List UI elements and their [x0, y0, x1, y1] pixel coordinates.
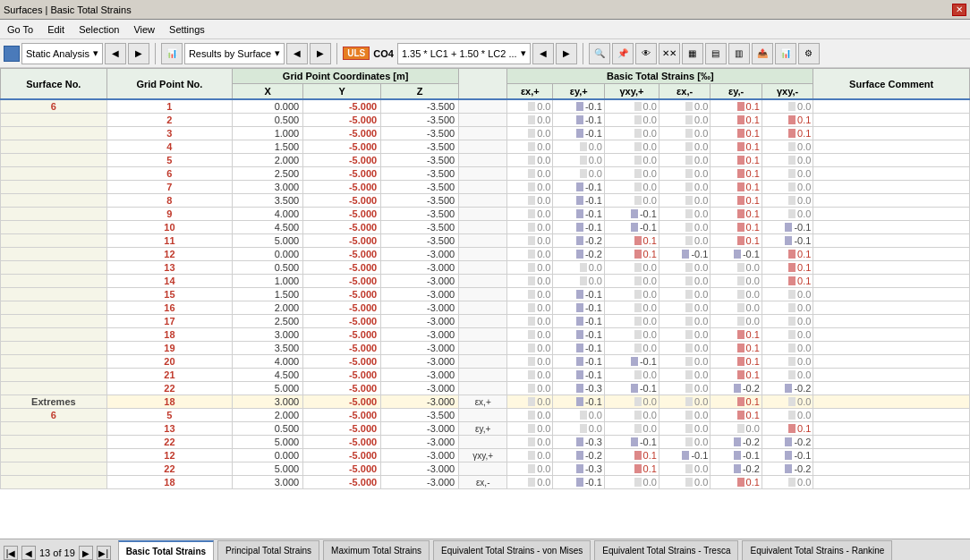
cell-z: -3.000	[381, 248, 459, 261]
cell-label	[459, 355, 507, 369]
col-ex-pos: εx,+	[507, 84, 553, 100]
loadcase-next[interactable]: ▶	[556, 43, 577, 64]
cell-y: -5.000	[303, 194, 381, 208]
page-nav: |◀ ◀ 13 of 19 ▶ ▶|	[4, 546, 111, 560]
cell-comment	[813, 355, 970, 369]
page-last[interactable]: ▶|	[97, 546, 111, 560]
cell-z: -3.000	[381, 436, 459, 449]
analysis-next[interactable]: ▶	[128, 43, 149, 64]
cell-yxy-neg: 0.1	[762, 275, 813, 288]
tab-principal-total-strains[interactable]: Principal Total Strains	[217, 540, 319, 560]
cell-z: -3.500	[381, 208, 459, 221]
page-next[interactable]: ▶	[79, 546, 93, 560]
cols-btn[interactable]: ▤	[705, 43, 727, 64]
cell-x: 2.000	[233, 301, 303, 315]
cell-yxy-pos: -0.1	[604, 382, 659, 395]
cell-surface	[1, 208, 107, 221]
cell-y: -5.000	[303, 275, 381, 288]
cell-surface	[1, 140, 107, 154]
tab-basic-total-strains[interactable]: Basic Total Strains	[118, 540, 214, 560]
analysis-prev[interactable]: ◀	[105, 43, 126, 64]
cell-y: -5.000	[303, 208, 381, 221]
cell-comment	[813, 449, 970, 462]
cell-x: 3.000	[233, 476, 303, 489]
loadcase-prev[interactable]: ◀	[532, 43, 554, 64]
results-next[interactable]: ▶	[310, 43, 331, 64]
export-btn[interactable]: 📤	[752, 43, 773, 64]
tab-equivalent-total-strains---rankine[interactable]: Equivalent Total Strains - Rankine	[742, 540, 892, 560]
excel-btn[interactable]: 📊	[775, 43, 796, 64]
cell-comment	[813, 395, 970, 409]
cell-comment	[813, 140, 970, 154]
cell-x: 4.500	[233, 221, 303, 234]
static-analysis-dropdown[interactable]: Static Analysis ▾	[21, 43, 103, 64]
cell-ey-neg: -0.1	[710, 449, 762, 462]
cell-x: 2.500	[233, 315, 303, 328]
cell-yxy-pos: 0.0	[604, 140, 659, 154]
close-button[interactable]: ✕	[952, 4, 966, 16]
search-btn[interactable]: 🔍	[589, 43, 610, 64]
cell-yxy-pos: 0.0	[604, 395, 659, 409]
cell-ey-neg: 0.1	[710, 328, 762, 342]
separator-3	[583, 43, 583, 64]
cell-ey-neg: 0.0	[710, 275, 762, 288]
cell-ex-neg: 0.0	[659, 369, 710, 382]
col-z: Z	[381, 84, 459, 100]
action-buttons: 🔍 📌 👁 ✕✕ ▦ ▤ ▥ 📤 📊 ⚙	[589, 43, 820, 64]
tab-equivalent-total-strains---von-mises[interactable]: Equivalent Total Strains - von Mises	[433, 540, 591, 560]
col-x: X	[233, 84, 303, 100]
page-first[interactable]: |◀	[4, 546, 18, 560]
menu-goto[interactable]: Go To	[4, 22, 37, 37]
menu-selection[interactable]: Selection	[75, 22, 123, 37]
cell-surface	[1, 261, 107, 275]
formula-dropdown[interactable]: 1.35 * LC1 + 1.50 * LC2 ... ▾	[397, 43, 531, 64]
cell-z: -3.000	[381, 395, 459, 409]
cell-grid: 22	[106, 382, 232, 395]
eye-btn[interactable]: 👁	[635, 43, 657, 64]
table-row: 193.500-5.000-3.0000.0-0.10.00.00.10.0	[1, 342, 970, 355]
cell-z: -3.000	[381, 422, 459, 436]
cell-yxy-pos: 0.0	[604, 261, 659, 275]
cell-ey-pos: 0.0	[553, 275, 604, 288]
cell-label	[459, 369, 507, 382]
menu-settings[interactable]: Settings	[166, 22, 208, 37]
cell-grid: 17	[106, 315, 232, 328]
cell-comment	[813, 275, 970, 288]
cell-ey-neg: 0.1	[710, 154, 762, 167]
menu-edit[interactable]: Edit	[44, 22, 68, 37]
cell-yxy-pos: -0.1	[604, 436, 659, 449]
cell-ex-neg: -0.1	[659, 449, 710, 462]
cell-x: 4.000	[233, 355, 303, 369]
rows-btn[interactable]: ▥	[728, 43, 750, 64]
cell-yxy-pos: 0.0	[604, 127, 659, 140]
col-grid-point-no: Grid Point No.	[106, 69, 232, 100]
cell-grid: 13	[106, 422, 232, 436]
cell-grid: 10	[106, 221, 232, 234]
cell-ex-pos: 0.0	[507, 234, 553, 248]
table-body: 610.000-5.000-3.5000.0-0.10.00.00.10.020…	[1, 99, 970, 489]
cell-comment	[813, 127, 970, 140]
menu-bar: Go To Edit Selection View Settings	[0, 20, 970, 39]
cell-grid: 9	[106, 208, 232, 221]
cell-yxy-pos: 0.0	[604, 154, 659, 167]
cell-y: -5.000	[303, 355, 381, 369]
cell-surface	[1, 382, 107, 395]
cell-ex-pos: 0.0	[507, 154, 553, 167]
tabs-bar: |◀ ◀ 13 of 19 ▶ ▶| Basic Total StrainsPr…	[0, 539, 970, 560]
pin-btn[interactable]: 📌	[612, 43, 634, 64]
menu-view[interactable]: View	[130, 22, 158, 37]
results-by-surface-dropdown[interactable]: Results by Surface ▾	[184, 43, 285, 64]
cell-yxy-pos: 0.0	[604, 181, 659, 194]
cell-z: -3.000	[381, 462, 459, 476]
results-prev[interactable]: ◀	[286, 43, 308, 64]
page-prev[interactable]: ◀	[21, 546, 36, 560]
cell-ex-neg: 0.0	[659, 342, 710, 355]
cell-grid: 15	[106, 288, 232, 301]
tab-maximum-total-strains[interactable]: Maximum Total Strains	[323, 540, 430, 560]
x-btn[interactable]: ✕✕	[659, 43, 680, 64]
table-row: 130.500-5.000-3.0000.00.00.00.00.00.1	[1, 261, 970, 275]
grid-btn[interactable]: ▦	[682, 43, 703, 64]
cell-ey-pos: 0.0	[553, 154, 604, 167]
settings-btn[interactable]: ⚙	[798, 43, 820, 64]
tab-equivalent-total-strains---tresca[interactable]: Equivalent Total Strains - Tresca	[594, 540, 738, 560]
